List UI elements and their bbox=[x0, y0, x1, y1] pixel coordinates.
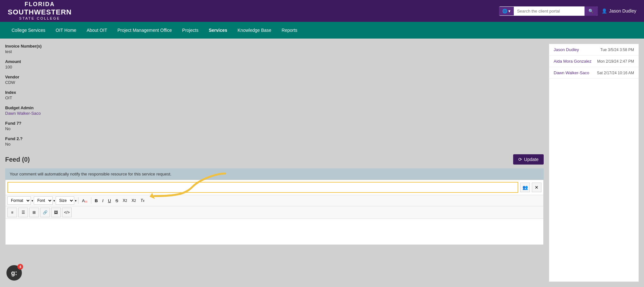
user-name: Jason Dudley bbox=[609, 8, 636, 13]
format-select[interactable]: Format bbox=[7, 196, 31, 205]
nav-reports[interactable]: Reports bbox=[277, 22, 303, 39]
rp-date-2: Mon 2/19/24 2:47 PM bbox=[597, 59, 634, 64]
field-amount: Amount 100 bbox=[5, 59, 544, 69]
toolbar-separator-2 bbox=[91, 197, 91, 204]
search-button[interactable]: 🔍 bbox=[585, 6, 598, 16]
size-select[interactable]: Size bbox=[56, 196, 74, 205]
nav-college-services[interactable]: College Services bbox=[6, 22, 50, 39]
rp-date-1: Tue 3/5/24 3:58 PM bbox=[600, 48, 634, 52]
value-invoice-number: test bbox=[5, 49, 544, 54]
refresh-icon: ⟳ bbox=[518, 157, 522, 162]
main-content: Invoice Number(s) test Amount 100 Vendor… bbox=[0, 39, 644, 287]
right-panel-row-2[interactable]: Aida Mora Gonzalez Mon 2/19/24 2:47 PM bbox=[549, 56, 639, 67]
logo-line1: FLORIDA bbox=[8, 1, 72, 8]
font-select[interactable]: Font bbox=[34, 196, 53, 205]
underline-button[interactable]: U bbox=[106, 196, 113, 205]
strikethrough-button[interactable]: S bbox=[113, 196, 120, 205]
ordered-list-button[interactable]: ≡ bbox=[7, 208, 17, 217]
left-panel: Invoice Number(s) test Amount 100 Vendor… bbox=[5, 44, 544, 282]
link-button[interactable]: 🔗 bbox=[40, 208, 50, 217]
editor-body[interactable] bbox=[5, 219, 543, 245]
logo-line3: STATE COLLEGE bbox=[8, 16, 72, 21]
label-amount: Amount bbox=[5, 59, 544, 64]
toolbar-arrow-font: ▾ bbox=[53, 199, 55, 202]
toolbar-separator-1 bbox=[78, 197, 78, 204]
feed-header: Feed (0) ⟳ Update bbox=[5, 154, 544, 165]
budget-admin-link[interactable]: Dawn Walker-Saco bbox=[5, 111, 41, 116]
editor-top-row: 👥 ✕ bbox=[5, 180, 543, 195]
search-container: 🌐 ▾ 🔍 bbox=[499, 6, 598, 16]
label-fund2: Fund 2.? bbox=[5, 136, 544, 141]
nav-projects[interactable]: Projects bbox=[177, 22, 204, 39]
label-index: Index bbox=[5, 90, 544, 95]
label-vendor: Vendor bbox=[5, 75, 544, 79]
update-button[interactable]: ⟳ Update bbox=[513, 154, 544, 165]
feed-section: Feed (0) ⟳ Update Your comment will auto… bbox=[5, 154, 544, 245]
code-button[interactable]: </> bbox=[62, 208, 72, 217]
user-info: 👤 Jason Dudley bbox=[602, 8, 636, 13]
label-invoice-number: Invoice Number(s) bbox=[5, 44, 544, 49]
rp-date-3: Sat 2/17/24 10:16 AM bbox=[597, 71, 634, 75]
label-budget-admin: Budget Admin bbox=[5, 105, 544, 110]
nav-bar: College Services OIT Home About OIT Proj… bbox=[0, 22, 644, 39]
comment-notice: Your comment will automatically notify t… bbox=[5, 168, 544, 180]
right-panel-row-1[interactable]: Jason Dudley Tue 3/5/24 3:58 PM bbox=[549, 44, 639, 56]
right-panel: Jason Dudley Tue 3/5/24 3:58 PM Aida Mor… bbox=[549, 44, 639, 282]
logo-area: FLORIDA SOUTHWESTERN STATE COLLEGE bbox=[8, 1, 72, 21]
value-amount: 100 bbox=[5, 65, 544, 69]
header-right: 🌐 ▾ 🔍 👤 Jason Dudley bbox=[499, 6, 636, 16]
top-header: FLORIDA SOUTHWESTERN STATE COLLEGE 🌐 ▾ 🔍… bbox=[0, 0, 644, 22]
nav-services[interactable]: Services bbox=[204, 22, 232, 39]
search-input[interactable] bbox=[514, 7, 585, 15]
field-invoice-number: Invoice Number(s) test bbox=[5, 44, 544, 54]
field-budget-admin: Budget Admin Dawn Walker-Saco bbox=[5, 105, 544, 116]
superscript-button[interactable]: X2 bbox=[130, 196, 138, 205]
nav-about-oit[interactable]: About OIT bbox=[81, 22, 112, 39]
g-icon[interactable]: g: 4 bbox=[6, 265, 22, 281]
logo-line2: SOUTHWESTERN bbox=[8, 8, 72, 16]
value-fund7: No bbox=[5, 126, 544, 131]
italic-button[interactable]: I bbox=[100, 196, 105, 205]
clear-format-button[interactable]: Tx bbox=[139, 196, 146, 205]
rp-name-1[interactable]: Jason Dudley bbox=[554, 47, 579, 52]
close-icon-button[interactable]: ✕ bbox=[532, 183, 541, 192]
toolbar-arrow-format: ▾ bbox=[32, 199, 33, 202]
subscript-button[interactable]: X2 bbox=[121, 196, 129, 205]
g-label: g: bbox=[11, 269, 17, 277]
field-index: Index OIT bbox=[5, 90, 544, 100]
value-budget-admin: Dawn Walker-Saco bbox=[5, 111, 544, 116]
rp-name-3[interactable]: Dawn Walker-Saco bbox=[554, 70, 589, 75]
nav-knowledge-base[interactable]: Knowledge Base bbox=[232, 22, 277, 39]
label-fund7: Fund 7? bbox=[5, 121, 544, 126]
font-color-button[interactable]: A— bbox=[80, 196, 89, 205]
toolbar-row1: Format ▾ Font ▾ Size ▾ A— bbox=[5, 195, 543, 206]
nav-project-management[interactable]: Project Management Office bbox=[112, 22, 177, 39]
value-vendor: CDW bbox=[5, 80, 544, 85]
toolbar-arrow-size: ▾ bbox=[75, 199, 77, 202]
globe-button[interactable]: 🌐 ▾ bbox=[499, 7, 514, 15]
table-button[interactable]: ⊞ bbox=[29, 208, 39, 217]
g-badge: 4 bbox=[17, 264, 23, 270]
users-icon-button[interactable]: 👥 bbox=[520, 183, 530, 192]
value-index: OIT bbox=[5, 95, 544, 100]
feed-title: Feed (0) bbox=[5, 156, 30, 163]
nav-oit-home[interactable]: OIT Home bbox=[50, 22, 81, 39]
comment-title-input[interactable] bbox=[7, 182, 518, 193]
image-button[interactable]: 🖼 bbox=[51, 208, 61, 217]
field-vendor: Vendor CDW bbox=[5, 75, 544, 85]
bold-button[interactable]: B bbox=[93, 196, 100, 205]
value-fund2: No bbox=[5, 142, 544, 147]
right-panel-row-3[interactable]: Dawn Walker-Saco Sat 2/17/24 10:16 AM bbox=[549, 67, 639, 79]
rp-name-2[interactable]: Aida Mora Gonzalez bbox=[554, 59, 592, 64]
editor-area: 👥 ✕ Format ▾ Font ▾ Siz bbox=[5, 180, 544, 245]
user-icon: 👤 bbox=[602, 8, 607, 13]
field-fund7: Fund 7? No bbox=[5, 121, 544, 131]
unordered-list-button[interactable]: ☰ bbox=[18, 208, 28, 217]
logo: FLORIDA SOUTHWESTERN STATE COLLEGE bbox=[8, 1, 72, 21]
field-fund2: Fund 2.? No bbox=[5, 136, 544, 147]
toolbar-row2: ≡ ☰ ⊞ 🔗 🖼 </> bbox=[5, 206, 543, 219]
